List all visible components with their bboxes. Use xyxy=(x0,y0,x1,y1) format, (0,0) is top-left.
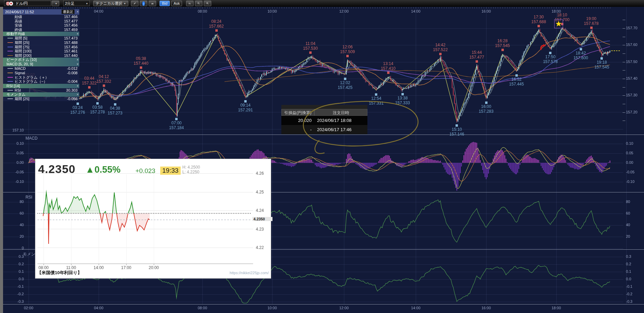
indicator-value: 157.440 xyxy=(64,53,78,58)
peak-marker xyxy=(215,29,218,32)
close-icon[interactable]: × xyxy=(77,58,79,62)
peak-price-label: 157.530 xyxy=(303,46,318,51)
pencil-icon xyxy=(133,1,136,6)
bottom-price-label: 157.578 xyxy=(543,59,558,64)
star-marker-annotation[interactable] xyxy=(554,19,563,28)
bottom-marker xyxy=(96,102,99,105)
last-yield-value: 4.2350 xyxy=(38,162,76,176)
window-left-scrollbar[interactable] xyxy=(0,0,3,313)
bottom-axis-time-label: 14:00 xyxy=(411,306,420,310)
chart-toolbar: ドル/円 ▼ 2分足 ▼ テクニカル選択 ▼ i Bid Ask xyxy=(0,0,644,7)
timeframe-select[interactable]: 2分足 ▼ xyxy=(63,1,90,6)
indicator-value-row: Signal-0.008 xyxy=(3,71,79,75)
peak-price-label: 157.440 xyxy=(134,61,148,66)
top-axis-time-label: 16:00 xyxy=(481,9,491,13)
rsi-axis-label: 60 xyxy=(20,211,24,215)
peak-time-label: 16:28 xyxy=(497,38,508,43)
top-axis-time-label: 04:00 xyxy=(94,9,103,13)
high-value: H: 4.2500 xyxy=(182,165,200,170)
bottom-price-label: 157.545 xyxy=(594,65,609,69)
zoom-in-button[interactable] xyxy=(204,1,211,6)
jp-flag-icon xyxy=(9,1,13,6)
bid-toggle-button[interactable]: Bid xyxy=(160,1,170,6)
indicator-section-header: MACD [5, 20, 9]× xyxy=(3,62,79,66)
indicator-value-row: ヒストグラム（−）-0.004 xyxy=(3,79,79,84)
bottom-marker xyxy=(600,57,603,60)
change-percent: ▲0.55% xyxy=(85,165,120,175)
bottom-time-label: 09:14 xyxy=(240,103,250,108)
rsi-axis-label: 60 xyxy=(626,211,630,215)
technical-select-button[interactable]: テクニカル選択 ▼ xyxy=(93,1,128,6)
trade-popup-titlebar[interactable] xyxy=(281,105,367,109)
top-axis-time-label: 12:00 xyxy=(339,9,349,13)
close-icon[interactable]: × xyxy=(77,84,79,88)
series-color-swatch xyxy=(7,77,13,78)
indicator-value: 157.488 xyxy=(64,41,78,45)
close-icon[interactable]: × xyxy=(77,92,79,97)
series-color-swatch xyxy=(7,42,13,43)
momentum-axis-label: 0.1 xyxy=(19,269,24,273)
peak-marker xyxy=(590,27,593,29)
indicator-value-row: RSI30.303 xyxy=(3,88,79,93)
bottom-time-label: 16:00 xyxy=(481,104,491,109)
bottom-marker xyxy=(344,78,346,80)
rsi-axis-label: 20 xyxy=(20,234,24,238)
technical-select-label: テクニカル選択 xyxy=(96,1,122,6)
trade-history-popup: 引損益(円換算) 注文日時 20,020 2024/06/17 18:08 - … xyxy=(281,105,367,134)
candle-chart-button[interactable] xyxy=(186,1,194,6)
section-header-label: MACD [5, 20, 9] xyxy=(6,62,33,66)
timeframe-label: 2分足 xyxy=(65,1,75,6)
currency-pair-select[interactable]: ドル/円 xyxy=(4,1,51,6)
peak-time-label: 15:44 xyxy=(472,50,482,55)
bottom-axis-time-label: 18:00 xyxy=(551,306,561,310)
macd-axis-label: 0.05 xyxy=(17,151,24,155)
zoom-out-button[interactable] xyxy=(195,1,202,6)
ask-toggle-button[interactable]: Ask xyxy=(171,1,182,6)
section-header-label: モメンタム xyxy=(6,92,26,96)
indicator-section-header: ピークボトム [10]× xyxy=(3,58,79,62)
trade-row[interactable]: - 2024/06/17 17:46 xyxy=(281,125,367,134)
peak-price-label: 157.477 xyxy=(469,55,484,60)
peak-price-label: 157.322 xyxy=(82,81,97,85)
rsi-axis-label: 0 xyxy=(22,246,24,250)
close-icon[interactable]: × xyxy=(77,9,79,15)
chart-style-button[interactable] xyxy=(149,1,156,6)
red-arrow-annotation[interactable] xyxy=(540,43,547,52)
indicator-value-row: MACD-0.012 xyxy=(3,66,79,71)
peak-price-label: 157.522 xyxy=(433,47,448,52)
indicator-value: 30.303 xyxy=(66,88,78,93)
peak-price-label: 157.688 xyxy=(531,19,546,24)
indicator-value-row: 安値157.456 xyxy=(3,23,79,28)
indicator-value: -0.012 xyxy=(67,66,78,71)
indicator-label: ヒストグラム（＋） xyxy=(15,75,49,79)
indicator-section-header: RSI [14]× xyxy=(3,84,79,88)
indicator-label: 安値 xyxy=(15,23,22,27)
momentum-axis-label: -0.2 xyxy=(626,292,632,296)
indicator-label: RSI xyxy=(15,88,21,92)
indicator-value: 157.466 xyxy=(64,15,78,19)
info-button[interactable]: i xyxy=(140,1,147,6)
series-color-swatch xyxy=(7,81,13,82)
bottom-time-label: 18:42 xyxy=(576,51,586,56)
trade-datetime-value: 2024/06/17 17:46 xyxy=(314,125,367,134)
pair-dropdown-button[interactable]: ▼ xyxy=(52,1,59,6)
trade-table-header-row: 引損益(円換算) 注文日時 xyxy=(281,109,367,116)
series-color-swatch xyxy=(7,68,13,69)
series-color-swatch xyxy=(7,51,13,51)
bottom-marker xyxy=(515,74,518,77)
momentum-axis-label: 0.3 xyxy=(626,254,631,259)
indicator-label: 高値 xyxy=(15,19,22,23)
bottom-marker xyxy=(375,93,377,96)
trade-row[interactable]: 20,020 2024/06/17 18:08 xyxy=(281,116,367,125)
macd-axis-label: -0.05 xyxy=(15,170,24,174)
rsi-panel-title: RSI xyxy=(26,195,32,200)
price-axis-label: 157.70 xyxy=(626,26,638,30)
candlestick-icon xyxy=(188,1,191,6)
price-axis-label: 157.50 xyxy=(626,60,638,64)
momentum-axis-label: 0.2 xyxy=(19,262,24,266)
close-icon[interactable]: × xyxy=(77,32,79,36)
close-icon[interactable]: × xyxy=(77,62,79,66)
indicator-value: 157.477 xyxy=(64,19,78,24)
indicator-label: 始値 xyxy=(15,15,22,19)
draw-tool-button[interactable] xyxy=(131,1,138,6)
